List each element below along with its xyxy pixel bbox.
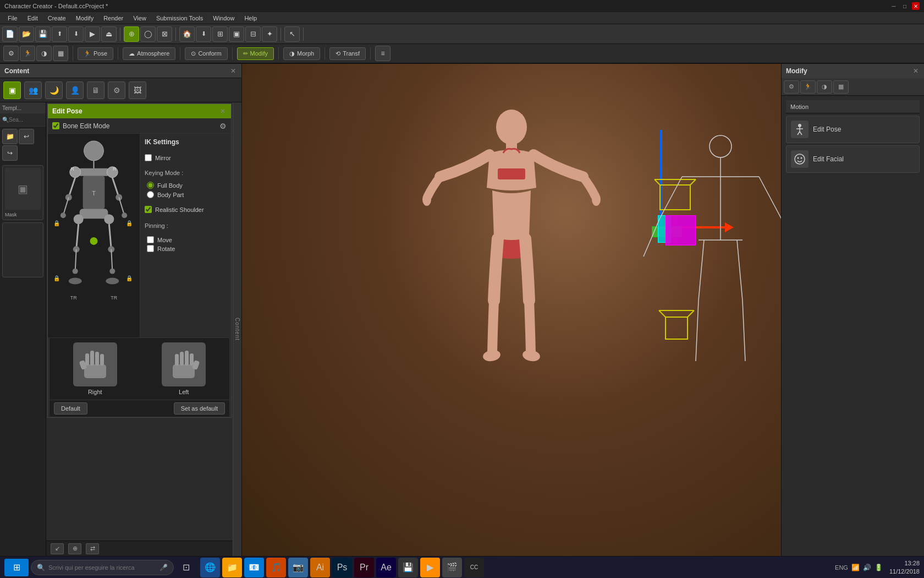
bone-edit-checkbox[interactable]: [52, 122, 59, 129]
mirror-checkbox[interactable]: [145, 154, 152, 161]
play-btn[interactable]: ▶: [85, 26, 100, 42]
template-search[interactable]: 🔍: [0, 113, 46, 127]
cc-icon[interactable]: CC: [464, 558, 484, 577]
rotate-checkbox[interactable]: [147, 245, 154, 252]
select-btn[interactable]: ↖: [284, 26, 300, 42]
viewport[interactable]: [242, 64, 781, 556]
tab-images[interactable]: 🖼: [129, 81, 146, 99]
adjust-icon-btn[interactable]: ⚙: [3, 46, 19, 61]
app-icon1[interactable]: 🎬: [442, 558, 462, 577]
new-btn[interactable]: 📄: [2, 26, 18, 42]
taskbar-multitask-btn[interactable]: ⊡: [176, 558, 196, 577]
template-mask-item[interactable]: ▣ Mask: [2, 165, 43, 220]
bottom-btn2[interactable]: ⊕: [68, 543, 81, 554]
template-icon1[interactable]: 📁: [2, 129, 18, 144]
settings-gear-btn[interactable]: ⚙: [219, 122, 227, 130]
minimize-btn[interactable]: ─: [890, 2, 898, 10]
import-btn[interactable]: ⬆: [52, 26, 67, 42]
bottom-btn1[interactable]: ↙: [51, 543, 64, 554]
left-hand-shape[interactable]: [162, 342, 206, 386]
tab-poses[interactable]: 🌙: [45, 81, 63, 99]
close-btn[interactable]: ✕: [912, 2, 920, 10]
search-input[interactable]: [9, 117, 37, 123]
figure-icon-btn[interactable]: 🏃: [20, 46, 35, 61]
rotate-mode-btn[interactable]: ◯: [140, 26, 156, 42]
template-item2[interactable]: [2, 222, 43, 277]
move-checkbox[interactable]: [147, 236, 154, 243]
menu-file[interactable]: File: [3, 14, 22, 23]
menu-view[interactable]: View: [129, 14, 151, 23]
sound-icon[interactable]: 🔊: [863, 564, 871, 571]
export-btn[interactable]: ⬇: [68, 26, 84, 42]
mail-icon[interactable]: 📧: [244, 558, 264, 577]
modify-btn[interactable]: ✏ Modify: [237, 47, 274, 60]
full-body-radio[interactable]: [147, 182, 154, 189]
ae-icon[interactable]: Ae: [376, 558, 396, 577]
menu-help[interactable]: Help: [240, 14, 261, 23]
premiere-icon[interactable]: Pr: [354, 558, 374, 577]
home-btn[interactable]: 🏠: [179, 26, 195, 42]
light-btn[interactable]: ✦: [262, 26, 277, 42]
scale-btn[interactable]: ⊠: [157, 26, 172, 42]
right-panel-close[interactable]: ✕: [912, 67, 920, 75]
tab-assets[interactable]: ▣: [3, 81, 21, 99]
transf-btn[interactable]: ⟲ Transf: [329, 47, 366, 60]
save-btn[interactable]: 💾: [35, 26, 51, 42]
right-edit-pose-btn[interactable]: Edit Pose: [786, 116, 920, 143]
extra-btn[interactable]: ≡: [375, 46, 391, 61]
tab-tools[interactable]: ⚙: [108, 81, 125, 99]
tab-scenes[interactable]: 🖥: [87, 81, 105, 99]
menu-render[interactable]: Render: [99, 14, 128, 23]
rt-btn2[interactable]: 🏃: [800, 80, 816, 94]
photoshop-icon[interactable]: Ps: [332, 558, 352, 577]
conform-btn[interactable]: ⊙ Conform: [185, 47, 227, 60]
set-as-default-btn[interactable]: Set as default: [174, 402, 225, 415]
content-vertical-tab[interactable]: Content: [233, 102, 241, 556]
rt-btn3[interactable]: ◑: [817, 80, 832, 94]
explorer-icon[interactable]: 📁: [222, 558, 242, 577]
pose-btn[interactable]: 🏃 Pose: [78, 47, 113, 60]
menu-modify[interactable]: Modify: [72, 14, 98, 23]
atmosphere-btn[interactable]: ☁ Atmosphere: [123, 47, 175, 60]
rt-btn1[interactable]: ⚙: [784, 80, 799, 94]
edit-pose-close[interactable]: ✕: [219, 107, 227, 115]
default-btn[interactable]: Default: [54, 402, 87, 415]
morph-btn[interactable]: ◑ Morph: [283, 47, 320, 60]
camera-btn[interactable]: ⬇: [196, 26, 211, 42]
pivot-btn[interactable]: ⊕: [124, 26, 139, 42]
rt-btn4[interactable]: ▦: [833, 80, 849, 94]
right-edit-facial-btn[interactable]: Edit Facial: [786, 145, 920, 173]
open-btn[interactable]: 📂: [19, 26, 34, 42]
tab-motion[interactable]: 👤: [66, 81, 84, 99]
edge-icon[interactable]: 🌐: [200, 558, 220, 577]
voice-search-icon[interactable]: 🎤: [160, 564, 168, 571]
start-btn[interactable]: ⊞: [4, 559, 29, 576]
right-hand-shape[interactable]: [73, 342, 117, 386]
eject-btn[interactable]: ⏏: [101, 26, 117, 42]
view3-btn[interactable]: ⊟: [245, 26, 261, 42]
menu-edit[interactable]: Edit: [23, 14, 42, 23]
maximize-btn[interactable]: □: [901, 2, 909, 10]
menu-submission[interactable]: Submission Tools: [152, 14, 207, 23]
menu-create[interactable]: Create: [43, 14, 70, 23]
template-icon2[interactable]: ↩: [19, 129, 34, 144]
content-close[interactable]: ✕: [229, 67, 237, 75]
bottom-btn3[interactable]: ⇄: [86, 543, 99, 554]
photo-icon[interactable]: 📷: [288, 558, 308, 577]
vlc-icon[interactable]: ▶: [420, 558, 440, 577]
illustrator-icon[interactable]: Ai: [310, 558, 330, 577]
save-icon2[interactable]: 💾: [398, 558, 418, 577]
realistic-shoulder-checkbox[interactable]: [145, 206, 152, 213]
grid-btn[interactable]: ⊞: [212, 26, 228, 42]
taskbar-search-input[interactable]: [48, 564, 156, 571]
checker-btn[interactable]: ▦: [53, 46, 68, 61]
media-icon[interactable]: 🎵: [266, 558, 286, 577]
morph-icon-btn2[interactable]: ◑: [36, 46, 52, 61]
taskbar-search[interactable]: 🔍 🎤: [31, 560, 174, 575]
menu-window[interactable]: Window: [208, 14, 239, 23]
template-icon3[interactable]: ↪: [2, 145, 18, 161]
tab-characters[interactable]: 👥: [24, 81, 42, 99]
view2-btn[interactable]: ▣: [229, 26, 244, 42]
body-part-radio[interactable]: [147, 191, 154, 198]
wifi-icon[interactable]: 📶: [851, 564, 860, 571]
